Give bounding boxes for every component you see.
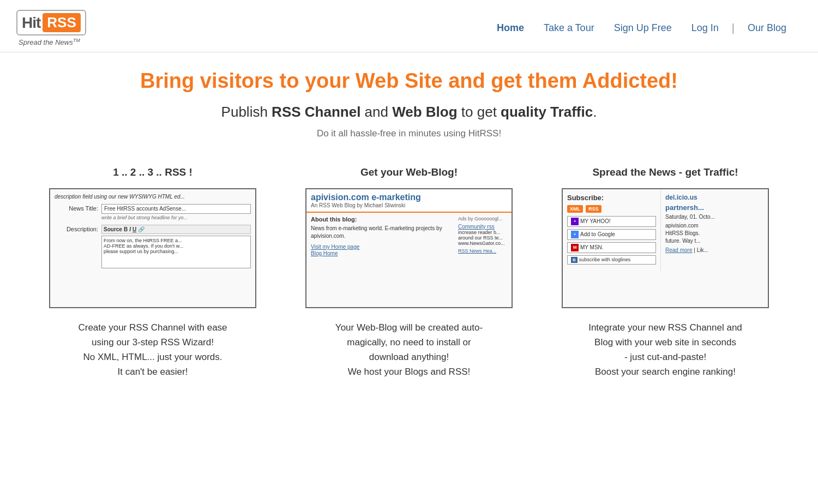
col1-desc: Create your RSS Channel with ease using … xyxy=(78,320,227,380)
ss3-google-icon: + xyxy=(571,231,579,238)
ss1-toolbar: Source B I U 🔗 xyxy=(101,225,251,234)
ss3-rss-badge: RSS xyxy=(586,205,602,213)
ss2-body: About this blog: News from e-marketing w… xyxy=(306,213,512,260)
nav-signup[interactable]: Sign Up Free xyxy=(604,22,682,34)
rss-wizard-screenshot: description field using our new WYSIWYG … xyxy=(49,188,256,308)
ss3-google-button[interactable]: + Add to Google xyxy=(567,229,656,240)
ss2-community-text: increase reader b... around our RSS te..… xyxy=(458,230,507,246)
ss1-hint: write a brief but strong headline for yo… xyxy=(101,215,251,220)
ss3-read-more-link[interactable]: Read more xyxy=(665,247,692,253)
ss1-link-btn[interactable]: 🔗 xyxy=(138,226,145,232)
ss2-site-title: apivision.com e-marketing xyxy=(311,193,507,202)
col1-title: 1 .. 2 .. 3 .. RSS ! xyxy=(113,166,193,178)
ss3-xml-rss-badges: XML RSS xyxy=(567,205,656,213)
ss2-header: apivision.com e-marketing An RSS Web Blo… xyxy=(306,189,512,213)
column-traffic: Spread the News - get Traffic! Subscribe… xyxy=(545,166,785,380)
ss1-desc-row: Description: Source B I U 🔗 From now on,… xyxy=(55,225,251,268)
ss3-left: Subscribe: XML RSS + MY YAHOO! + Add to … xyxy=(563,189,661,271)
ss3-bloglines-button[interactable]: B subscribe with sloglines xyxy=(567,255,656,265)
ss3-body-text: apivision.com HitRSS Blogs. future. Way … xyxy=(665,222,763,245)
traffic-screenshot: Subscribe: XML RSS + MY YAHOO! + Add to … xyxy=(562,188,769,308)
ss3-bloglines-icon: B xyxy=(571,257,578,263)
logo-hit-text: Hit xyxy=(22,14,40,32)
ss3-like-text: | Lik... xyxy=(694,247,708,253)
ss2-blog-home-link[interactable]: Blog Home xyxy=(311,250,338,256)
ss1-title-row: News Title: Free HitRSS accounts AdSense… xyxy=(55,204,251,220)
ss1-desc-area: Source B I U 🔗 From now on, the HitRSS F… xyxy=(101,225,251,268)
column-blog: Get your Web-Blog! apivision.com e-marke… xyxy=(289,166,529,380)
main-headline: Bring visitors to your Web Site and get … xyxy=(33,69,785,94)
header: Hit RSS Spread the NewsTM Home Take a To… xyxy=(0,0,818,52)
ss3-right: del.icio.us partnersh... Saturday, 01. O… xyxy=(661,189,768,271)
nav-blog[interactable]: Our Blog xyxy=(738,22,796,34)
main-content: Bring visitors to your Web Site and get … xyxy=(0,52,818,401)
ss3-yahoo-label: MY YAHOO! xyxy=(580,218,611,224)
ss1-news-title-label: News Title: xyxy=(55,204,98,212)
ss3-msn-button[interactable]: M MY MSN. xyxy=(567,242,656,253)
ss3-msn-label: MY MSN. xyxy=(580,244,604,250)
col3-title: Spread the News - get Traffic! xyxy=(592,166,738,178)
ss3-delicious-label: del.icio.us xyxy=(665,194,763,201)
col3-desc: Integrate your new RSS Channel and Blog … xyxy=(588,320,742,380)
ss1-source-btn[interactable]: Source xyxy=(104,226,122,232)
nav-home[interactable]: Home xyxy=(487,22,534,34)
web-blog-screenshot: apivision.com e-marketing An RSS Web Blo… xyxy=(305,188,513,308)
ss3-partner-text: partnersh... xyxy=(665,203,763,212)
ss2-body-text: News from e-marketing world. E-marketing… xyxy=(311,225,454,240)
logo-tagline: Spread the NewsTM xyxy=(19,38,80,46)
ss3-yahoo-icon: + xyxy=(571,218,579,225)
ss2-content: apivision.com e-marketing An RSS Web Blo… xyxy=(306,189,512,260)
ss1-textarea[interactable]: From now on, the HitRSS FREE a... AD-FRE… xyxy=(101,236,251,268)
ss2-rss-head[interactable]: RSS News Hea... xyxy=(458,248,507,254)
ss1-top-text: description field using our new WYSIWYG … xyxy=(55,194,251,200)
logo-container: Hit RSS Spread the NewsTM xyxy=(16,10,86,46)
logo-box: Hit RSS xyxy=(16,10,86,35)
ss3-content: Subscribe: XML RSS + MY YAHOO! + Add to … xyxy=(563,189,768,271)
feature-columns: 1 .. 2 .. 3 .. RSS ! description field u… xyxy=(33,166,785,380)
ss2-visit-link[interactable]: Visit my Home page xyxy=(311,244,359,250)
ss1-desc-label: Description: xyxy=(55,225,98,232)
subheadline: Publish RSS Channel and Web Blog to get … xyxy=(33,104,785,121)
ss3-google-label: Add to Google xyxy=(580,231,615,237)
ss2-community-link[interactable]: Community rss xyxy=(458,224,495,230)
ss2-sidebar: Ads by Goooooogl... Community rss increa… xyxy=(458,216,507,256)
col2-title: Get your Web-Blog! xyxy=(360,166,458,178)
ss2-main: About this blog: News from e-marketing w… xyxy=(311,216,454,256)
nav-separator: | xyxy=(729,22,738,34)
nav-login[interactable]: Log In xyxy=(682,22,729,34)
logo-rss-badge: RSS xyxy=(43,13,80,32)
ss2-about-label: About this blog: xyxy=(311,216,454,223)
ss1-content: description field using our new WYSIWYG … xyxy=(50,189,255,277)
ss2-subtitle: An RSS Web Blog by Michael Sliwinski xyxy=(311,202,507,208)
ss3-date: Saturday, 01. Octo... xyxy=(665,214,763,220)
ss3-msn-icon: M xyxy=(571,244,579,251)
ss3-xml-badge: XML xyxy=(567,205,583,213)
ss1-news-title-input[interactable]: Free HitRSS accounts AdSense... xyxy=(101,204,251,214)
ss1-bold-btn[interactable]: B xyxy=(124,226,128,232)
col2-desc: Your Web-Blog will be created auto- magi… xyxy=(335,320,483,380)
ss3-subscribe-label: Subscribe: xyxy=(567,194,656,202)
ss1-underline-btn[interactable]: U xyxy=(133,226,136,232)
ss3-bloglines-label: subscribe with sloglines xyxy=(579,257,631,262)
nav-tour[interactable]: Take a Tour xyxy=(534,22,604,34)
column-rss: 1 .. 2 .. 3 .. RSS ! description field u… xyxy=(33,166,273,380)
ss1-italic-btn[interactable]: I xyxy=(129,226,131,232)
tagline: Do it all hassle-free in minutes using H… xyxy=(33,128,785,139)
ss3-yahoo-button[interactable]: + MY YAHOO! xyxy=(567,216,656,227)
main-nav: Home Take a Tour Sign Up Free Log In | O… xyxy=(487,22,796,34)
ss2-ads: Ads by Goooooogl... xyxy=(458,216,507,221)
